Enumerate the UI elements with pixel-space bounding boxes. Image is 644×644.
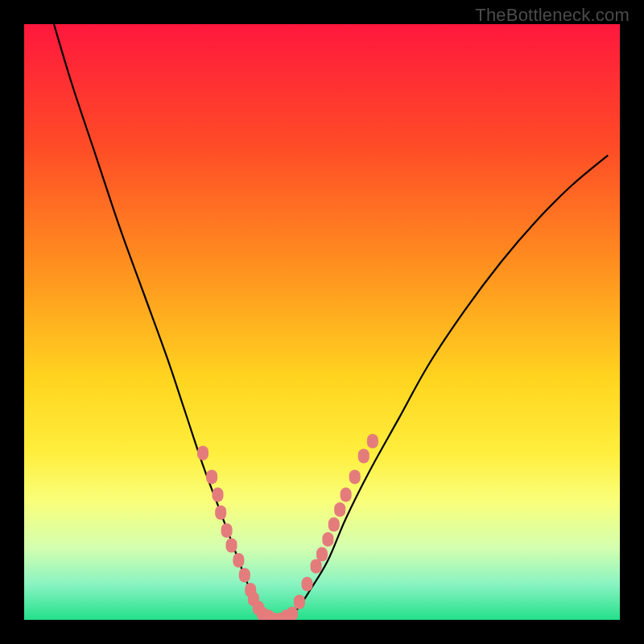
curve-marker <box>226 539 237 553</box>
curve-marker <box>197 446 208 460</box>
curve-marker <box>206 469 217 484</box>
curve-marker <box>221 523 233 538</box>
plot-svg <box>24 24 620 620</box>
chart-container: TheBottleneck.com <box>0 0 644 644</box>
curve-marker <box>367 434 378 448</box>
curve-marker <box>341 488 352 502</box>
curve-marker <box>328 518 340 532</box>
curve-marker <box>322 532 333 547</box>
watermark-text: TheBottleneck.com <box>475 5 630 26</box>
plot-area <box>24 24 620 620</box>
curve-marker <box>349 469 361 484</box>
curve-marker <box>233 553 244 568</box>
curve-marker <box>215 506 226 520</box>
curve-marker <box>316 547 328 562</box>
curve-marker <box>334 502 345 517</box>
curve-marker <box>358 449 369 464</box>
curve-marker <box>213 488 224 502</box>
curve-marker <box>239 568 250 583</box>
curve-marker <box>302 577 313 592</box>
gradient-background <box>24 24 620 620</box>
curve-marker <box>294 595 305 609</box>
